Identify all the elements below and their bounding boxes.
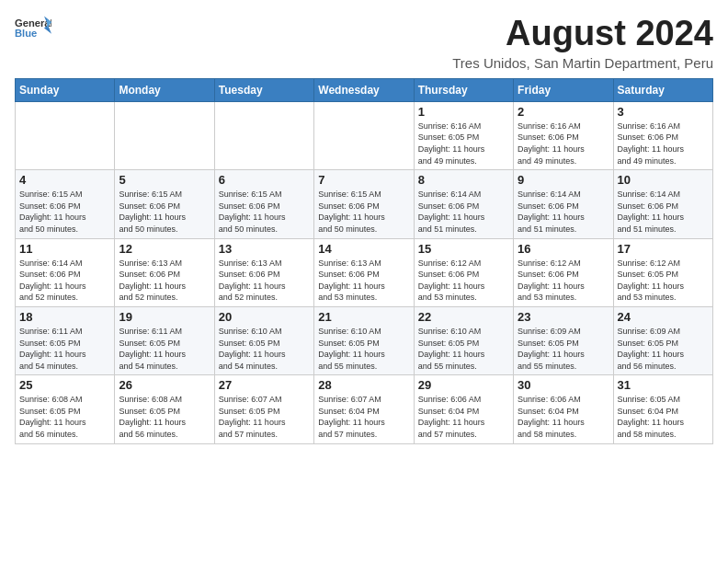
calendar-cell: 26Sunrise: 6:08 AM Sunset: 6:05 PM Dayli… xyxy=(115,375,214,443)
day-number: 2 xyxy=(518,105,609,119)
day-number: 21 xyxy=(318,310,409,324)
calendar-cell: 31Sunrise: 6:05 AM Sunset: 6:04 PM Dayli… xyxy=(613,375,712,443)
day-info: Sunrise: 6:10 AM Sunset: 6:05 PM Dayligh… xyxy=(418,326,509,372)
calendar-cell xyxy=(214,101,313,169)
day-number: 5 xyxy=(119,173,210,187)
day-number: 8 xyxy=(418,173,509,187)
day-header-friday: Friday xyxy=(514,78,613,101)
week-row-1: 1Sunrise: 6:16 AM Sunset: 6:05 PM Daylig… xyxy=(16,101,713,169)
day-header-saturday: Saturday xyxy=(613,78,712,101)
day-number: 17 xyxy=(618,242,709,256)
calendar-cell: 29Sunrise: 6:06 AM Sunset: 6:04 PM Dayli… xyxy=(414,375,513,443)
day-number: 26 xyxy=(119,378,210,392)
logo: General Blue xyxy=(15,15,51,40)
day-info: Sunrise: 6:14 AM Sunset: 6:06 PM Dayligh… xyxy=(518,189,609,235)
month-title: August 2024 xyxy=(452,15,713,53)
day-info: Sunrise: 6:16 AM Sunset: 6:06 PM Dayligh… xyxy=(618,121,709,167)
day-info: Sunrise: 6:07 AM Sunset: 6:05 PM Dayligh… xyxy=(219,394,310,440)
calendar-cell: 27Sunrise: 6:07 AM Sunset: 6:05 PM Dayli… xyxy=(214,375,313,443)
calendar-cell: 25Sunrise: 6:08 AM Sunset: 6:05 PM Dayli… xyxy=(16,375,115,443)
day-number: 30 xyxy=(518,378,609,392)
day-number: 31 xyxy=(618,378,709,392)
day-number: 19 xyxy=(119,310,210,324)
day-info: Sunrise: 6:09 AM Sunset: 6:05 PM Dayligh… xyxy=(618,326,709,372)
calendar-cell: 3Sunrise: 6:16 AM Sunset: 6:06 PM Daylig… xyxy=(613,101,712,169)
title-area: August 2024 Tres Unidos, San Martin Depa… xyxy=(452,15,713,71)
svg-text:Blue: Blue xyxy=(15,28,37,39)
day-info: Sunrise: 6:06 AM Sunset: 6:04 PM Dayligh… xyxy=(418,394,509,440)
calendar-cell: 24Sunrise: 6:09 AM Sunset: 6:05 PM Dayli… xyxy=(613,306,712,374)
day-info: Sunrise: 6:10 AM Sunset: 6:05 PM Dayligh… xyxy=(318,326,409,372)
day-info: Sunrise: 6:12 AM Sunset: 6:06 PM Dayligh… xyxy=(418,258,509,304)
day-number: 29 xyxy=(418,378,509,392)
day-number: 14 xyxy=(318,242,409,256)
calendar-cell: 7Sunrise: 6:15 AM Sunset: 6:06 PM Daylig… xyxy=(314,170,414,238)
day-info: Sunrise: 6:12 AM Sunset: 6:06 PM Dayligh… xyxy=(518,258,609,304)
calendar-cell: 15Sunrise: 6:12 AM Sunset: 6:06 PM Dayli… xyxy=(414,238,513,306)
day-number: 25 xyxy=(19,378,110,392)
calendar-cell: 13Sunrise: 6:13 AM Sunset: 6:06 PM Dayli… xyxy=(214,238,313,306)
calendar-cell: 22Sunrise: 6:10 AM Sunset: 6:05 PM Dayli… xyxy=(414,306,513,374)
calendar-cell: 1Sunrise: 6:16 AM Sunset: 6:05 PM Daylig… xyxy=(414,101,513,169)
calendar-cell: 2Sunrise: 6:16 AM Sunset: 6:06 PM Daylig… xyxy=(514,101,613,169)
calendar-cell: 9Sunrise: 6:14 AM Sunset: 6:06 PM Daylig… xyxy=(514,170,613,238)
calendar-cell: 12Sunrise: 6:13 AM Sunset: 6:06 PM Dayli… xyxy=(115,238,214,306)
calendar-cell: 11Sunrise: 6:14 AM Sunset: 6:06 PM Dayli… xyxy=(16,238,115,306)
calendar-cell: 16Sunrise: 6:12 AM Sunset: 6:06 PM Dayli… xyxy=(514,238,613,306)
calendar-cell: 20Sunrise: 6:10 AM Sunset: 6:05 PM Dayli… xyxy=(214,306,313,374)
week-row-2: 4Sunrise: 6:15 AM Sunset: 6:06 PM Daylig… xyxy=(16,170,713,238)
day-number: 10 xyxy=(618,173,709,187)
calendar-cell: 6Sunrise: 6:15 AM Sunset: 6:06 PM Daylig… xyxy=(214,170,313,238)
day-info: Sunrise: 6:14 AM Sunset: 6:06 PM Dayligh… xyxy=(19,258,110,304)
day-number: 12 xyxy=(119,242,210,256)
calendar-cell: 5Sunrise: 6:15 AM Sunset: 6:06 PM Daylig… xyxy=(115,170,214,238)
day-info: Sunrise: 6:09 AM Sunset: 6:05 PM Dayligh… xyxy=(518,326,609,372)
day-number: 18 xyxy=(19,310,110,324)
day-info: Sunrise: 6:15 AM Sunset: 6:06 PM Dayligh… xyxy=(19,189,110,235)
day-info: Sunrise: 6:11 AM Sunset: 6:05 PM Dayligh… xyxy=(119,326,210,372)
day-number: 4 xyxy=(19,173,110,187)
calendar-cell xyxy=(115,101,214,169)
day-header-monday: Monday xyxy=(115,78,214,101)
calendar-cell xyxy=(314,101,414,169)
calendar-cell: 4Sunrise: 6:15 AM Sunset: 6:06 PM Daylig… xyxy=(16,170,115,238)
header: General Blue August 2024 Tres Unidos, Sa… xyxy=(15,15,713,71)
day-header-thursday: Thursday xyxy=(414,78,513,101)
day-info: Sunrise: 6:16 AM Sunset: 6:06 PM Dayligh… xyxy=(518,121,609,167)
day-number: 16 xyxy=(518,242,609,256)
day-info: Sunrise: 6:05 AM Sunset: 6:04 PM Dayligh… xyxy=(618,394,709,440)
calendar-cell: 18Sunrise: 6:11 AM Sunset: 6:05 PM Dayli… xyxy=(16,306,115,374)
day-number: 1 xyxy=(418,105,509,119)
day-info: Sunrise: 6:08 AM Sunset: 6:05 PM Dayligh… xyxy=(19,394,110,440)
header-row: SundayMondayTuesdayWednesdayThursdayFrid… xyxy=(16,78,713,101)
day-number: 28 xyxy=(318,378,409,392)
day-number: 23 xyxy=(518,310,609,324)
day-info: Sunrise: 6:13 AM Sunset: 6:06 PM Dayligh… xyxy=(119,258,210,304)
calendar-cell xyxy=(16,101,115,169)
day-header-sunday: Sunday xyxy=(16,78,115,101)
week-row-4: 18Sunrise: 6:11 AM Sunset: 6:05 PM Dayli… xyxy=(16,306,713,374)
calendar-cell: 19Sunrise: 6:11 AM Sunset: 6:05 PM Dayli… xyxy=(115,306,214,374)
day-info: Sunrise: 6:15 AM Sunset: 6:06 PM Dayligh… xyxy=(119,189,210,235)
generalblue-icon: General Blue xyxy=(15,15,51,40)
location-title: Tres Unidos, San Martin Department, Peru xyxy=(452,55,713,71)
day-info: Sunrise: 6:13 AM Sunset: 6:06 PM Dayligh… xyxy=(318,258,409,304)
day-number: 24 xyxy=(618,310,709,324)
day-info: Sunrise: 6:13 AM Sunset: 6:06 PM Dayligh… xyxy=(219,258,310,304)
calendar-cell: 14Sunrise: 6:13 AM Sunset: 6:06 PM Dayli… xyxy=(314,238,414,306)
calendar-cell: 10Sunrise: 6:14 AM Sunset: 6:06 PM Dayli… xyxy=(613,170,712,238)
day-info: Sunrise: 6:07 AM Sunset: 6:04 PM Dayligh… xyxy=(318,394,409,440)
week-row-5: 25Sunrise: 6:08 AM Sunset: 6:05 PM Dayli… xyxy=(16,375,713,443)
day-info: Sunrise: 6:08 AM Sunset: 6:05 PM Dayligh… xyxy=(119,394,210,440)
calendar-cell: 23Sunrise: 6:09 AM Sunset: 6:05 PM Dayli… xyxy=(514,306,613,374)
week-row-3: 11Sunrise: 6:14 AM Sunset: 6:06 PM Dayli… xyxy=(16,238,713,306)
day-number: 11 xyxy=(19,242,110,256)
day-info: Sunrise: 6:16 AM Sunset: 6:05 PM Dayligh… xyxy=(418,121,509,167)
day-info: Sunrise: 6:10 AM Sunset: 6:05 PM Dayligh… xyxy=(219,326,310,372)
day-info: Sunrise: 6:06 AM Sunset: 6:04 PM Dayligh… xyxy=(518,394,609,440)
day-info: Sunrise: 6:14 AM Sunset: 6:06 PM Dayligh… xyxy=(618,189,709,235)
day-header-tuesday: Tuesday xyxy=(214,78,313,101)
day-number: 6 xyxy=(219,173,310,187)
calendar-cell: 21Sunrise: 6:10 AM Sunset: 6:05 PM Dayli… xyxy=(314,306,414,374)
calendar-cell: 28Sunrise: 6:07 AM Sunset: 6:04 PM Dayli… xyxy=(314,375,414,443)
